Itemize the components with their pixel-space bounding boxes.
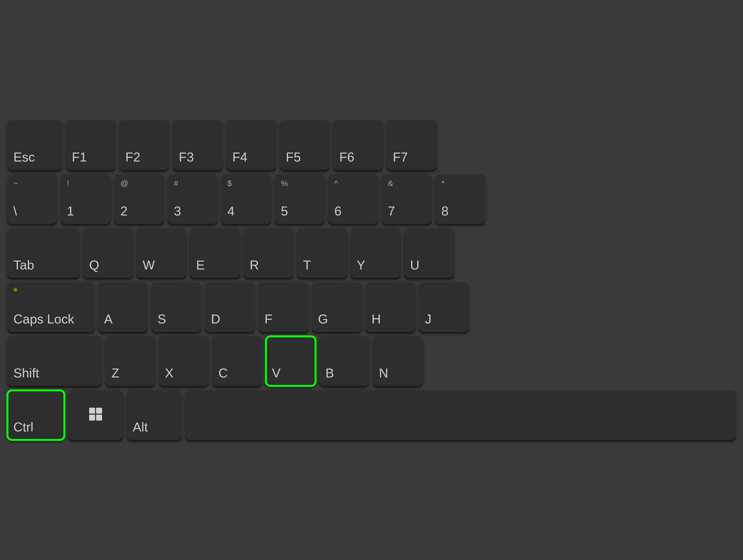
key-h[interactable]: H [365, 283, 415, 332]
key-label: E [196, 258, 205, 272]
key-e[interactable]: E [190, 228, 240, 278]
key-label: J [425, 312, 431, 327]
key-t[interactable]: T [297, 228, 347, 278]
asdf-row: Caps Lock A S D F G H J [7, 283, 736, 332]
key-label: Esc [13, 149, 35, 165]
key-label: A [104, 312, 113, 327]
key-label: D [211, 312, 220, 327]
key-win[interactable] [69, 390, 123, 440]
key-sublabel: @ [120, 179, 128, 188]
key-label: Caps Lock [13, 312, 74, 327]
key-1[interactable]: ! 1 [61, 174, 111, 224]
key-label: Q [89, 258, 99, 272]
key-label: 7 [388, 204, 395, 218]
key-sublabel: ~ [13, 179, 18, 188]
key-label: 8 [441, 204, 448, 218]
key-8[interactable]: * 8 [435, 174, 485, 224]
key-label: Z [112, 365, 119, 380]
key-label: X [165, 365, 174, 380]
keyboard: Esc F1 F2 F3 F4 F5 F6 F7 ~ \ ! 1 [7, 120, 736, 440]
key-esc[interactable]: Esc [7, 120, 62, 170]
key-f6[interactable]: F6 [333, 120, 383, 170]
key-j[interactable]: J [419, 283, 469, 332]
key-6[interactable]: ^ 6 [329, 174, 378, 224]
key-sublabel: * [441, 179, 444, 188]
key-d[interactable]: D [205, 283, 255, 332]
key-grave[interactable]: ~ \ [7, 174, 57, 224]
key-label: Alt [133, 420, 148, 434]
key-y[interactable]: Y [351, 228, 400, 278]
key-7[interactable]: & 7 [382, 174, 431, 224]
key-label: H [372, 312, 381, 327]
key-tab[interactable]: Tab [7, 228, 79, 278]
key-4[interactable]: $ 4 [221, 174, 271, 224]
key-z[interactable]: Z [105, 336, 155, 386]
windows-icon [89, 408, 102, 421]
key-w[interactable]: W [137, 228, 186, 278]
key-f4[interactable]: F4 [226, 120, 276, 170]
key-2[interactable]: @ 2 [115, 174, 164, 224]
key-label: F2 [125, 149, 140, 165]
key-label: G [318, 312, 328, 327]
key-sublabel: & [388, 179, 393, 188]
key-label: 1 [67, 204, 74, 218]
key-sublabel: $ [227, 179, 232, 188]
key-label: T [303, 258, 311, 272]
key-ctrl[interactable]: Ctrl [7, 390, 64, 440]
key-label: S [158, 312, 166, 327]
key-5[interactable]: % 5 [275, 174, 324, 224]
key-a[interactable]: A [98, 283, 147, 332]
key-label: F3 [179, 149, 194, 165]
key-sublabel: % [281, 179, 288, 188]
key-label: Tab [13, 258, 34, 272]
key-x[interactable]: X [159, 336, 209, 386]
key-label: 4 [227, 204, 234, 218]
key-n[interactable]: N [373, 336, 423, 386]
key-label: 3 [174, 204, 181, 218]
key-s[interactable]: S [151, 283, 201, 332]
key-label: F7 [393, 149, 408, 165]
key-label: Y [357, 258, 365, 272]
bottom-row: Ctrl Alt [7, 390, 736, 440]
key-f3[interactable]: F3 [173, 120, 222, 170]
key-c[interactable]: C [213, 336, 262, 386]
key-caps-lock[interactable]: Caps Lock [7, 283, 94, 332]
key-label: F5 [286, 149, 301, 165]
key-space[interactable] [185, 390, 736, 440]
key-label: 5 [281, 204, 288, 218]
key-label: N [379, 365, 388, 380]
key-v[interactable]: V [266, 336, 315, 386]
key-f2[interactable]: F2 [119, 120, 169, 170]
key-q[interactable]: Q [83, 228, 133, 278]
key-f5[interactable]: F5 [280, 120, 330, 170]
key-label: F1 [72, 149, 87, 165]
key-label: 6 [334, 204, 342, 218]
key-label: W [143, 258, 155, 272]
key-r[interactable]: R [244, 228, 293, 278]
key-f1[interactable]: F1 [66, 120, 116, 170]
key-sublabel: ! [67, 179, 69, 188]
qwerty-row: Tab Q W E R T Y U [7, 228, 736, 278]
zxcv-row: Shift Z X C V B N [7, 336, 736, 386]
key-label: Shift [13, 365, 39, 380]
key-label: \ [13, 204, 17, 218]
key-3[interactable]: # 3 [168, 174, 217, 224]
key-label: V [272, 365, 280, 380]
key-label: U [410, 258, 420, 272]
key-b[interactable]: B [319, 336, 369, 386]
fn-row: Esc F1 F2 F3 F4 F5 F6 F7 [7, 120, 736, 170]
key-f[interactable]: F [259, 283, 308, 332]
key-g[interactable]: G [312, 283, 362, 332]
key-f7[interactable]: F7 [387, 120, 436, 170]
key-label: F4 [232, 149, 248, 165]
key-label: R [250, 258, 259, 272]
key-u[interactable]: U [404, 228, 454, 278]
key-label: F [264, 312, 272, 327]
key-shift[interactable]: Shift [7, 336, 101, 386]
key-label: B [325, 365, 334, 380]
key-alt[interactable]: Alt [127, 390, 181, 440]
key-label: 2 [120, 204, 128, 218]
key-sublabel: ^ [334, 179, 338, 188]
key-label: Ctrl [13, 420, 34, 434]
number-row: ~ \ ! 1 @ 2 # 3 $ 4 % 5 ^ 6 & 7 [7, 174, 736, 224]
